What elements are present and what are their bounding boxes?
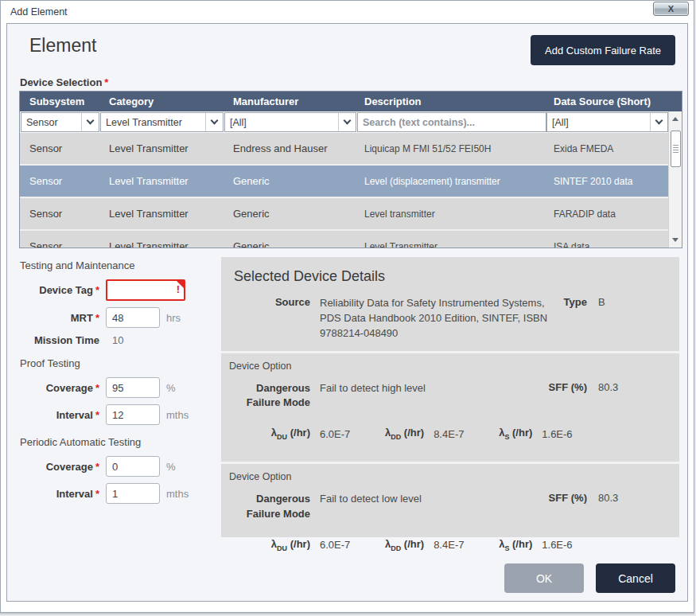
table-scrollbar[interactable] bbox=[668, 111, 682, 248]
dialog-footer: OK Cancel bbox=[504, 563, 675, 593]
table-row[interactable]: Sensor Level Transmitter Endress and Hau… bbox=[20, 133, 668, 166]
cancel-button[interactable]: Cancel bbox=[596, 563, 675, 593]
periodic-interval-unit: mths bbox=[166, 488, 189, 500]
type-label: Type bbox=[564, 296, 587, 308]
sff-value: 80.3 bbox=[598, 492, 630, 504]
column-header-description: Description bbox=[356, 96, 546, 107]
scroll-down-icon[interactable] bbox=[672, 238, 679, 242]
details-title: Selected Device Details bbox=[234, 268, 667, 285]
required-asterisk: * bbox=[95, 284, 99, 296]
add-custom-failure-rate-button[interactable]: Add Custom Failure Rate bbox=[531, 35, 675, 65]
proof-interval-unit: mths bbox=[166, 409, 189, 421]
periodic-coverage-unit: % bbox=[166, 461, 176, 473]
source-value: Reliability Data for Safety Instrumented… bbox=[320, 296, 564, 341]
periodic-coverage-label: Coverage* bbox=[20, 461, 106, 473]
periodic-coverage-input[interactable] bbox=[106, 456, 160, 477]
table-body: Sensor Level Transmitter Endress and Hau… bbox=[20, 133, 668, 248]
failure-mode-value: Fail to detect low level bbox=[320, 492, 422, 507]
type-value: B bbox=[598, 296, 630, 308]
column-header-category: Category bbox=[99, 96, 224, 107]
proof-coverage-input[interactable] bbox=[106, 377, 160, 398]
mrt-label: MRT* bbox=[20, 312, 106, 324]
table-row[interactable]: Sensor Level Transmitter Generic Level t… bbox=[20, 198, 668, 231]
subsystem-filter-dropdown[interactable]: Sensor bbox=[21, 112, 99, 132]
device-selection-label: Device Selection* bbox=[20, 76, 108, 88]
category-filter-dropdown[interactable]: Level Transmitter bbox=[100, 112, 224, 132]
validation-error-icon: ! bbox=[177, 283, 180, 295]
chevron-down-icon bbox=[338, 113, 356, 131]
required-asterisk: * bbox=[95, 461, 99, 473]
selected-device-details-panel: Selected Device Details Source Reliabili… bbox=[221, 257, 679, 537]
table-header-row: Subsystem Category Manufacturer Descript… bbox=[20, 92, 682, 111]
page-title: Element bbox=[29, 35, 96, 57]
periodic-interval-input[interactable] bbox=[106, 483, 160, 504]
table-row-selected[interactable]: Sensor Level Transmitter Generic Level (… bbox=[20, 166, 668, 198]
required-asterisk: * bbox=[104, 76, 108, 88]
device-tag-label: Device Tag* bbox=[20, 284, 106, 296]
scrollbar-grip-icon bbox=[673, 145, 679, 154]
lambda-s-value: 1.6E-6 bbox=[542, 539, 578, 551]
add-element-dialog: Add Element X Element Add Custom Failure… bbox=[0, 0, 694, 613]
column-header-manufacturer: Manufacturer bbox=[224, 96, 356, 107]
proof-testing-title: Proof Testing bbox=[20, 357, 220, 369]
sff-label: SFF (%) bbox=[549, 381, 587, 393]
scrollbar-thumb[interactable] bbox=[671, 131, 681, 167]
mrt-unit: hrs bbox=[166, 312, 181, 324]
dialog-title: Add Element bbox=[10, 6, 68, 18]
required-asterisk: * bbox=[95, 488, 99, 500]
table-row[interactable]: Sensor Level Transmitter Generic Level T… bbox=[20, 231, 668, 248]
failure-mode-label: Dangerous Failure Mode bbox=[234, 492, 310, 522]
dialog-content: Element Add Custom Failure Rate Device S… bbox=[6, 23, 688, 602]
chevron-down-icon bbox=[81, 113, 99, 131]
proof-interval-label: Interval* bbox=[20, 409, 106, 421]
lambda-du-label: λDU (/hr) bbox=[234, 538, 310, 552]
data-source-filter-dropdown[interactable]: [All] bbox=[546, 112, 668, 132]
lambda-dd-label: λDD (/hr) bbox=[385, 427, 424, 441]
lambda-s-label: λS (/hr) bbox=[499, 538, 532, 552]
periodic-interval-label: Interval* bbox=[20, 488, 106, 500]
lambda-dd-label: λDD (/hr) bbox=[385, 538, 424, 552]
device-selection-table: Subsystem Category Manufacturer Descript… bbox=[19, 91, 682, 248]
required-asterisk: * bbox=[95, 312, 99, 324]
column-header-data-source: Data Source (Short) bbox=[546, 96, 682, 107]
source-label: Source bbox=[234, 296, 310, 308]
manufacturer-filter-dropdown[interactable]: [All] bbox=[224, 112, 356, 132]
ok-button[interactable]: OK bbox=[504, 563, 584, 593]
lambda-du-value: 6.0E-7 bbox=[320, 539, 356, 551]
sff-value: 80.3 bbox=[598, 381, 630, 393]
required-asterisk: * bbox=[95, 409, 99, 421]
device-option-label: Device Option bbox=[221, 464, 679, 492]
mission-time-label: Mission Time bbox=[20, 334, 106, 346]
device-option-section: Device Option Dangerous Failure Mode Fai… bbox=[221, 464, 679, 563]
lambda-dd-value: 8.4E-7 bbox=[434, 539, 470, 551]
chevron-down-icon bbox=[650, 113, 667, 131]
device-option-section: Device Option Dangerous Failure Mode Fai… bbox=[221, 353, 679, 452]
testing-section-title: Testing and Maintenance bbox=[20, 259, 220, 271]
failure-mode-value: Fail to detect high level bbox=[320, 381, 426, 396]
column-header-subsystem: Subsystem bbox=[20, 96, 99, 107]
lambda-dd-value: 8.4E-7 bbox=[434, 428, 470, 440]
filter-row: Sensor Level Transmitter bbox=[20, 111, 668, 133]
device-option-label: Device Option bbox=[221, 353, 679, 381]
description-search-input[interactable] bbox=[357, 112, 546, 132]
lambda-s-value: 1.6E-6 bbox=[542, 428, 578, 440]
mission-time-value: 10 bbox=[106, 334, 123, 346]
chevron-down-icon bbox=[205, 113, 223, 131]
scroll-up-icon[interactable] bbox=[672, 117, 679, 121]
lambda-du-value: 6.0E-7 bbox=[320, 428, 356, 440]
title-bar: Add Element X bbox=[1, 1, 694, 23]
close-button[interactable]: X bbox=[653, 2, 689, 16]
testing-and-maintenance-panel: Testing and Maintenance Device Tag* ! MR… bbox=[20, 259, 220, 510]
sff-label: SFF (%) bbox=[549, 492, 587, 504]
required-asterisk: * bbox=[95, 382, 99, 394]
failure-mode-label: Dangerous Failure Mode bbox=[234, 381, 310, 411]
close-icon: X bbox=[668, 5, 674, 14]
proof-coverage-unit: % bbox=[166, 382, 176, 394]
device-tag-input[interactable] bbox=[106, 279, 185, 301]
periodic-testing-title: Periodic Automatic Testing bbox=[20, 436, 220, 448]
mrt-input[interactable] bbox=[106, 307, 160, 328]
proof-interval-input[interactable] bbox=[106, 404, 160, 425]
lambda-s-label: λS (/hr) bbox=[499, 427, 532, 441]
lambda-du-label: λDU (/hr) bbox=[234, 427, 310, 441]
proof-coverage-label: Coverage* bbox=[20, 382, 106, 394]
